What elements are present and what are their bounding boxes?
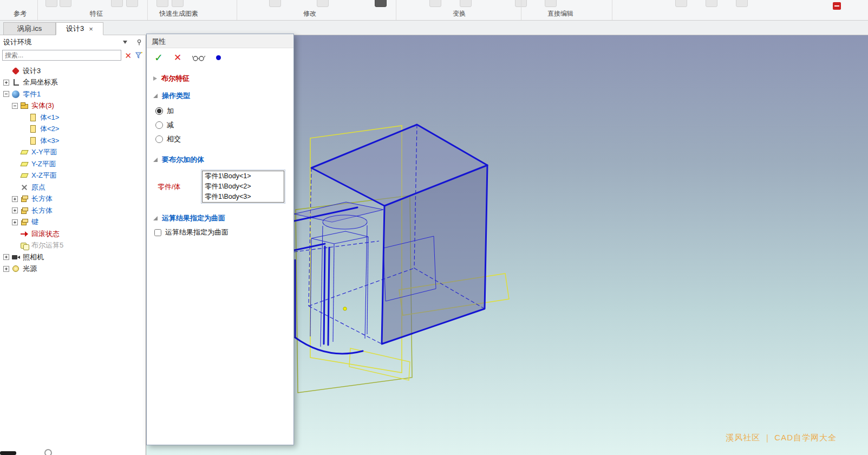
tree-item-rollback[interactable]: 回滚状态 [0, 228, 146, 240]
filter-icon[interactable] [135, 51, 143, 60]
collapse-icon[interactable] [3, 91, 9, 97]
tab-design3[interactable]: 设计3 × [56, 22, 103, 35]
ribbon-icon-placeholder[interactable] [172, 0, 184, 7]
tree-item-body1[interactable]: 体<1> [0, 112, 146, 123]
clear-search-icon[interactable]: ✕ [125, 51, 132, 60]
horizontal-scrollbar-thumb[interactable] [0, 451, 16, 455]
ribbon-icon-placeholder[interactable] [126, 0, 138, 7]
blue-dot-icon[interactable] [216, 55, 221, 60]
tree-item-label: 长方体 [31, 206, 53, 216]
section-result-as-surface[interactable]: 运算结果指定为曲面 [147, 210, 293, 226]
tree-item-label: 实体(3) [31, 101, 54, 110]
tree-item-yz-plane[interactable]: Y-Z平面 [0, 158, 146, 170]
ribbon-icon-placeholder[interactable] [317, 0, 329, 7]
3d-model-canvas [294, 35, 868, 455]
document-tab-bar: 涡扇.ics 设计3 × [0, 21, 868, 35]
section-operation-type[interactable]: 操作类型 [147, 88, 293, 104]
tree-item-label: 体<2> [40, 124, 59, 134]
tree-item-cuboid2[interactable]: 长方体 [0, 205, 146, 217]
ribbon-right-icon[interactable] [833, 2, 841, 10]
bodies-listbox-frame: 零件1\Body<1> 零件1\Body<2> 零件1\Body<3> [201, 170, 285, 204]
ribbon-icon-placeholder[interactable] [45, 0, 57, 7]
radio-add[interactable] [155, 107, 163, 115]
bottom-circle-button[interactable] [44, 449, 52, 455]
tree-item-label: 原点 [31, 183, 45, 192]
radio-intersect[interactable] [155, 135, 163, 143]
ribbon-icon-placeholder[interactable] [675, 0, 687, 7]
close-tab-icon[interactable]: × [89, 25, 93, 32]
cancel-icon[interactable]: ✕ [174, 53, 181, 62]
ribbon-icon-placeholder[interactable] [545, 0, 557, 7]
tree-item-body3[interactable]: 体<3> [0, 135, 146, 147]
radio-subtract[interactable] [155, 121, 163, 129]
tree-item-key[interactable]: 键 [0, 217, 146, 229]
pin-icon[interactable] [136, 39, 142, 46]
ribbon-icon-placeholder[interactable] [269, 0, 281, 7]
bodies-listbox[interactable]: 零件1\Body<1> 零件1\Body<2> 零件1\Body<3> [202, 171, 284, 203]
tab-label: 设计3 [66, 24, 84, 34]
ribbon-icon-placeholder[interactable] [429, 0, 441, 7]
tree-item-body2[interactable]: 体<2> [0, 123, 146, 135]
part-icon [11, 90, 20, 99]
expand-icon[interactable] [3, 254, 9, 260]
tree-item-label: 设计3 [23, 66, 41, 76]
preview-glasses-icon[interactable] [192, 54, 205, 62]
body-icon [29, 125, 37, 133]
design-tree-panel: 设计环境 ✕ 设计3 全局坐标系 [0, 35, 146, 455]
radio-row-subtract: 减 [147, 118, 293, 132]
checkbox-label: 运算结果指定为曲面 [165, 227, 229, 237]
tab-wofan-ics[interactable]: 涡扇.ics [3, 22, 56, 35]
expand-icon[interactable] [12, 207, 18, 213]
tree-item-boolean5[interactable]: 布尔运算5 [0, 240, 146, 252]
left-assembly-edges [294, 202, 383, 347]
listbox-item[interactable]: 零件1\Body<3> [203, 192, 284, 202]
ribbon-group-quick-shapes: 快速生成图素 [159, 9, 198, 18]
expand-icon[interactable] [3, 80, 9, 86]
solids-folder-icon [20, 101, 29, 110]
ribbon-icon-placeholder[interactable] [736, 0, 748, 7]
ribbon-icon-placeholder[interactable] [156, 0, 168, 7]
radio-row-intersect: 相交 [147, 132, 293, 146]
search-input[interactable] [2, 50, 121, 61]
ribbon-divider [612, 0, 612, 21]
expand-icon[interactable] [3, 266, 9, 272]
ribbon-group-direct-edit: 直接编辑 [547, 9, 573, 18]
tree-item-xz-plane[interactable]: X-Z平面 [0, 170, 146, 182]
tree-item-label: Y-Z平面 [31, 159, 56, 169]
tree-item-solids[interactable]: 实体(3) [0, 100, 146, 112]
listbox-item[interactable]: 零件1\Body<2> [203, 181, 284, 192]
tree-item-design3[interactable]: 设计3 [0, 65, 146, 77]
ribbon-icon-placeholder[interactable] [111, 0, 123, 7]
surface-checkbox[interactable] [154, 229, 161, 236]
collapse-icon[interactable] [12, 103, 18, 109]
tree-item-part1[interactable]: 零件1 [0, 88, 146, 100]
expand-icon[interactable] [12, 196, 18, 202]
boolean-op-icon [20, 241, 29, 250]
tree-item-xy-plane[interactable]: X-Y平面 [0, 147, 146, 159]
section-title: 运算结果指定为曲面 [162, 213, 225, 223]
confirm-icon[interactable]: ✓ [154, 53, 163, 63]
ribbon-group-modify: 修改 [303, 9, 316, 18]
section-boolean-feature[interactable]: 布尔特征 [147, 70, 293, 87]
expand-icon[interactable] [12, 219, 18, 225]
tree-item-camera[interactable]: 照相机 [0, 251, 146, 263]
tree-item-light[interactable]: 光源 [0, 263, 146, 275]
ribbon-divider [147, 0, 148, 21]
bodies-field: 零件/体 零件1\Body<1> 零件1\Body<2> 零件1\Body<3> [147, 170, 293, 204]
ribbon-icon-placeholder[interactable] [460, 0, 472, 7]
tree-item-label: 键 [31, 217, 38, 227]
ribbon-icon-placeholder[interactable] [375, 0, 387, 7]
listbox-item[interactable]: 零件1\Body<1> [203, 171, 284, 181]
ribbon-icon-placeholder[interactable] [706, 0, 717, 7]
chevron-down-icon[interactable] [123, 41, 127, 44]
body-icon [29, 113, 37, 122]
section-title: 布尔特征 [161, 74, 190, 83]
origin-icon [20, 183, 29, 192]
tree-item-global-csys[interactable]: 全局坐标系 [0, 77, 146, 89]
tree-item-origin[interactable]: 原点 [0, 181, 146, 193]
expanded-triangle-icon [153, 94, 158, 98]
ribbon-icon-placeholder[interactable] [60, 0, 71, 7]
section-bodies-to-add[interactable]: 要布尔加的体 [147, 152, 293, 168]
tree-item-cuboid1[interactable]: 长方体 [0, 193, 146, 205]
cad-application: 参考 特征 快速生成图素 修改 变换 直接编辑 涡扇.ics 设计3 × [0, 0, 868, 455]
